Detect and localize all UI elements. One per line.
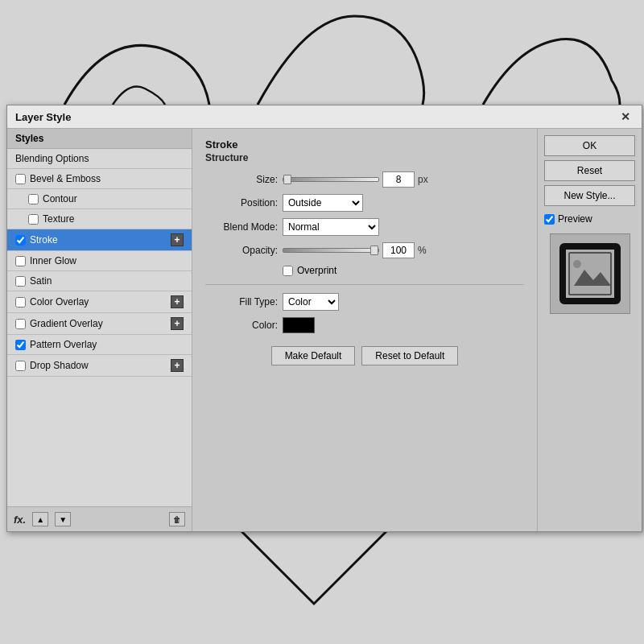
preview-box — [550, 233, 630, 314]
drop-shadow-label: Drop Shadow — [30, 360, 89, 371]
position-select[interactable]: Outside Inside Center — [283, 194, 363, 212]
overprint-label: Overprint — [297, 265, 336, 276]
preview-icon — [558, 242, 622, 306]
inner-glow-label: Inner Glow — [30, 255, 76, 266]
delete-button[interactable]: 🗑 — [169, 512, 185, 526]
opacity-row: Opacity: % — [205, 242, 524, 258]
color-overlay-label: Color Overlay — [30, 296, 89, 308]
gradient-overlay-checkbox[interactable] — [15, 319, 26, 329]
sidebar-item-drop-shadow[interactable]: Drop Shadow + — [7, 355, 192, 377]
texture-check-label: Texture — [28, 213, 74, 225]
sidebar-item-bevel[interactable]: Bevel & Emboss — [7, 169, 192, 189]
color-swatch[interactable] — [283, 317, 315, 333]
fill-type-control: Color Gradient Pattern — [283, 293, 339, 311]
size-unit: px — [418, 174, 428, 185]
opacity-control: % — [283, 242, 427, 258]
reset-to-default-button[interactable]: Reset to Default — [361, 346, 458, 365]
drop-shadow-checkbox[interactable] — [15, 361, 26, 371]
sidebar-item-satin[interactable]: Satin — [7, 271, 192, 291]
move-down-button[interactable]: ▼ — [55, 512, 71, 526]
stroke-label: Stroke — [30, 234, 58, 246]
overprint-row: Overprint — [205, 265, 524, 276]
sidebar-item-inner-glow[interactable]: Inner Glow — [7, 251, 192, 271]
layer-style-dialog: Layer Style ✕ Styles Blending Options Be… — [6, 105, 642, 532]
new-style-button[interactable]: New Style... — [544, 185, 635, 206]
color-label: Color: — [205, 320, 278, 331]
preview-checkbox[interactable] — [544, 214, 555, 225]
size-slider-thumb[interactable] — [283, 175, 291, 184]
dialog-title: Layer Style — [15, 111, 71, 123]
sidebar-item-contour[interactable]: Contour — [7, 189, 192, 209]
color-overlay-add-icon[interactable]: + — [171, 295, 184, 308]
opacity-slider-track[interactable] — [283, 248, 379, 253]
position-label: Position: — [205, 197, 278, 208]
inner-glow-check-label: Inner Glow — [15, 255, 76, 266]
size-row: Size: px — [205, 171, 524, 188]
sidebar-item-texture[interactable]: Texture — [7, 209, 192, 229]
dialog-titlebar: Layer Style ✕ — [7, 105, 642, 129]
texture-checkbox[interactable] — [28, 214, 39, 225]
drop-shadow-add-icon[interactable]: + — [171, 359, 184, 372]
bevel-checkbox[interactable] — [15, 174, 26, 184]
sidebar-item-blending[interactable]: Blending Options — [7, 149, 192, 169]
reset-button[interactable]: Reset — [544, 160, 635, 181]
preview-text: Preview — [558, 213, 592, 225]
make-default-button[interactable]: Make Default — [271, 346, 356, 365]
color-row: Color: — [205, 317, 524, 333]
position-control: Outside Inside Center — [283, 194, 363, 212]
opacity-slider-thumb[interactable] — [370, 246, 378, 255]
svg-point-2 — [573, 260, 581, 268]
position-row: Position: Outside Inside Center — [205, 194, 524, 212]
sidebar-item-pattern-overlay[interactable]: Pattern Overlay — [7, 335, 192, 355]
contour-check-label: Contour — [28, 193, 77, 204]
section-subtitle: Structure — [205, 152, 524, 163]
contour-label: Contour — [43, 193, 77, 204]
gradient-overlay-check-label: Gradient Overlay — [15, 318, 103, 329]
satin-checkbox[interactable] — [15, 276, 26, 287]
inner-glow-checkbox[interactable] — [15, 256, 26, 266]
color-overlay-checkbox[interactable] — [15, 297, 26, 308]
stroke-add-icon[interactable]: + — [171, 233, 184, 246]
divider — [205, 284, 524, 285]
stroke-checkbox[interactable] — [15, 235, 26, 246]
close-button[interactable]: ✕ — [617, 110, 634, 123]
stroke-check-label: Stroke — [15, 234, 58, 246]
sidebar: Styles Blending Options Bevel & Emboss C… — [7, 129, 192, 531]
texture-label: Texture — [43, 213, 74, 225]
right-panel: OK Reset New Style... Preview — [537, 129, 642, 531]
dialog-body: Styles Blending Options Bevel & Emboss C… — [7, 129, 642, 531]
blend-mode-control: Normal Dissolve Multiply Screen Overlay — [283, 218, 379, 236]
drop-shadow-check-label: Drop Shadow — [15, 360, 89, 371]
satin-label: Satin — [30, 275, 52, 287]
fill-type-select[interactable]: Color Gradient Pattern — [283, 293, 339, 311]
satin-check-label: Satin — [15, 275, 52, 287]
overprint-checkbox[interactable] — [283, 266, 293, 276]
pattern-overlay-checkbox[interactable] — [15, 340, 26, 350]
sidebar-header: Styles — [7, 129, 192, 149]
bevel-label: Bevel & Emboss — [30, 173, 101, 184]
sidebar-item-stroke[interactable]: Stroke + — [7, 229, 192, 251]
pattern-overlay-check-label: Pattern Overlay — [15, 339, 97, 350]
size-input[interactable] — [382, 171, 415, 188]
opacity-input[interactable] — [382, 242, 415, 258]
blending-options-label: Blending Options — [15, 153, 89, 164]
sidebar-item-color-overlay[interactable]: Color Overlay + — [7, 291, 192, 313]
move-up-button[interactable]: ▲ — [32, 512, 48, 526]
size-label: Size: — [205, 174, 278, 185]
color-overlay-check-label: Color Overlay — [15, 296, 89, 308]
svg-rect-1 — [569, 253, 611, 295]
preview-label: Preview — [544, 213, 635, 225]
contour-checkbox[interactable] — [28, 194, 39, 204]
blend-mode-label: Blend Mode: — [205, 221, 278, 233]
ok-button[interactable]: OK — [544, 135, 635, 156]
fx-label: fx. — [14, 514, 26, 526]
size-slider-track[interactable] — [283, 177, 379, 182]
blend-mode-select[interactable]: Normal Dissolve Multiply Screen Overlay — [283, 218, 379, 236]
bevel-check-label: Bevel & Emboss — [15, 173, 101, 184]
fill-type-row: Fill Type: Color Gradient Pattern — [205, 293, 524, 311]
gradient-overlay-add-icon[interactable]: + — [171, 317, 184, 330]
size-control: px — [283, 171, 428, 188]
color-control — [283, 317, 315, 333]
main-content: Stroke Structure Size: px Position: — [192, 129, 537, 531]
sidebar-item-gradient-overlay[interactable]: Gradient Overlay + — [7, 313, 192, 335]
